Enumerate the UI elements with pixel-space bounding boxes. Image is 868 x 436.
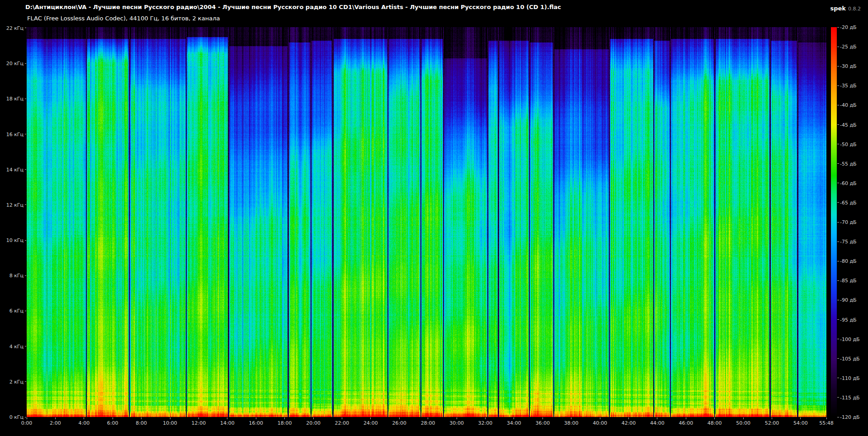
time-tick — [342, 417, 342, 419]
time-tick — [198, 417, 199, 419]
legend-gradient — [831, 27, 837, 417]
db-tick — [837, 300, 839, 300]
db-tick — [837, 124, 839, 125]
db-tick — [837, 47, 839, 47]
db-tick — [837, 397, 839, 398]
time-tick-label: 46:00 — [679, 420, 693, 426]
time-tick-label: 0:00 — [21, 420, 33, 426]
db-tick — [837, 85, 839, 86]
freq-tick-label: 18 кГц — [1, 96, 24, 102]
freq-tick-label: 12 кГц — [1, 202, 24, 208]
time-tick — [256, 417, 256, 419]
time-tick — [370, 417, 371, 419]
db-tick-label: -110 дБ — [840, 375, 860, 381]
db-tick-label: -100 дБ — [840, 336, 860, 342]
freq-tick-label: 0 кГц — [1, 414, 24, 420]
time-tick-label: 44:00 — [650, 420, 665, 426]
time-tick-label: 16:00 — [249, 420, 263, 426]
db-tick — [837, 280, 839, 281]
freq-tick — [25, 134, 26, 134]
db-tick — [837, 27, 839, 28]
freq-tick-label: 10 кГц — [1, 237, 24, 243]
time-tick-label: 32:00 — [478, 420, 493, 426]
freq-tick — [25, 381, 26, 382]
freq-tick — [25, 275, 26, 276]
db-tick-label: -90 дБ — [840, 297, 857, 303]
time-tick-label: 48:00 — [708, 420, 722, 426]
db-tick — [837, 358, 839, 359]
db-tick-label: -55 дБ — [840, 161, 857, 166]
time-tick — [313, 417, 314, 419]
time-tick — [571, 417, 571, 419]
db-tick — [837, 222, 839, 223]
db-tick — [837, 319, 839, 320]
time-tick-label: 38:00 — [564, 420, 579, 426]
db-tick — [837, 163, 839, 164]
time-tick — [284, 417, 285, 419]
time-tick-label: 52:00 — [765, 420, 779, 426]
db-tick-label: -95 дБ — [840, 317, 857, 322]
app-version-label: 0.8.2 — [848, 6, 861, 12]
time-tick — [826, 417, 827, 419]
freq-tick-label: 14 кГц — [1, 166, 24, 172]
app-name-label: spek — [830, 5, 846, 12]
db-tick-label: -50 дБ — [840, 141, 857, 147]
time-tick-label: 42:00 — [622, 420, 636, 426]
time-tick-label: 4:00 — [78, 420, 90, 426]
file-path-title: D:\Антициклон\VA - Лучшие песни Русского… — [25, 4, 561, 10]
time-tick-label: 28:00 — [421, 420, 435, 426]
time-tick — [170, 417, 170, 419]
db-tick-label: -30 дБ — [840, 63, 857, 69]
time-tick — [485, 417, 486, 419]
time-tick-label: 40:00 — [593, 420, 607, 426]
db-tick — [837, 202, 839, 203]
time-tick — [84, 417, 84, 419]
db-tick-label: -85 дБ — [840, 278, 857, 284]
db-tick — [837, 339, 839, 339]
db-tick-label: -40 дБ — [840, 102, 857, 108]
time-tick — [55, 417, 56, 419]
time-tick-label: 55:48 — [819, 420, 834, 426]
freq-tick — [25, 240, 26, 241]
time-tick — [27, 417, 27, 419]
db-tick — [837, 183, 839, 183]
db-tick-label: -115 дБ — [840, 394, 860, 400]
time-tick-label: 34:00 — [507, 420, 521, 426]
time-tick-label: 18:00 — [278, 420, 292, 426]
db-tick-label: -60 дБ — [840, 180, 857, 186]
time-tick — [457, 417, 457, 419]
freq-tick-label: 16 кГц — [1, 131, 24, 137]
time-tick-label: 2:00 — [50, 420, 61, 426]
freq-tick-label: 8 кГц — [1, 273, 24, 279]
freq-tick — [25, 204, 26, 205]
db-tick-label: -20 дБ — [840, 24, 857, 30]
spectrogram-canvas — [27, 27, 826, 417]
freq-tick — [25, 99, 26, 99]
time-tick — [800, 417, 801, 419]
freq-tick-label: 2 кГц — [1, 379, 24, 384]
time-tick — [743, 417, 744, 419]
time-tick-label: 20:00 — [306, 420, 321, 426]
db-tick — [837, 105, 839, 105]
app-version: spek0.8.2 — [830, 4, 861, 12]
time-tick-label: 14:00 — [220, 420, 235, 426]
freq-tick — [25, 63, 26, 64]
freq-tick-label: 6 кГц — [1, 308, 24, 314]
time-tick-label: 12:00 — [192, 420, 206, 426]
time-tick-label: 36:00 — [535, 420, 550, 426]
time-tick — [399, 417, 400, 419]
time-tick — [428, 417, 428, 419]
db-tick — [837, 378, 839, 378]
time-tick-label: 54:00 — [793, 420, 808, 426]
time-tick — [714, 417, 715, 419]
time-tick-label: 6:00 — [107, 420, 118, 426]
format-info: FLAC (Free Lossless Audio Codec), 44100 … — [27, 15, 220, 22]
time-tick-label: 10:00 — [163, 420, 177, 426]
time-tick — [772, 417, 772, 419]
db-tick — [837, 417, 839, 417]
time-tick-label: 30:00 — [449, 420, 464, 426]
time-tick — [657, 417, 657, 419]
db-tick-label: -80 дБ — [840, 258, 857, 264]
time-tick — [628, 417, 629, 419]
time-tick-label: 22:00 — [335, 420, 349, 426]
